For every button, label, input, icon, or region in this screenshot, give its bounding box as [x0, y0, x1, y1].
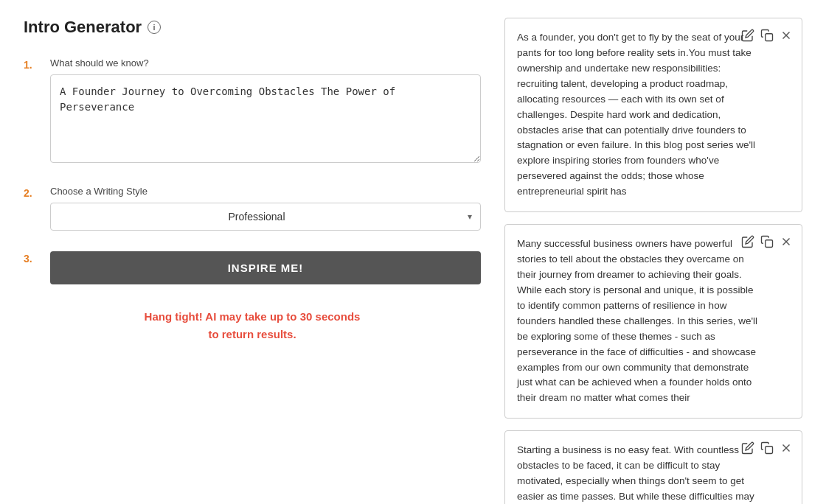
close-icon [780, 441, 793, 455]
result-3-copy-button[interactable] [759, 440, 775, 456]
result-2-edit-button[interactable] [740, 234, 756, 250]
step-2-number: 2. [24, 186, 38, 199]
svg-rect-6 [766, 447, 773, 454]
step-1-label: What should we know? [50, 57, 481, 69]
step-2-content: Choose a Writing Style Professional Casu… [50, 186, 481, 231]
result-1-copy-button[interactable] [759, 27, 775, 43]
copy-icon [760, 29, 774, 42]
step-2-label: Choose a Writing Style [50, 186, 481, 197]
step-1: 1. What should we know? A Founder Journe… [24, 57, 481, 165]
step-3: 3. Inspire me! [24, 251, 481, 284]
title-text: Intro Generator [24, 18, 142, 37]
result-card-1: As a founder, you don't get to fly by th… [504, 18, 802, 212]
inspire-button[interactable]: Inspire me! [50, 251, 481, 284]
close-icon [780, 235, 793, 248]
result-2-copy-button[interactable] [759, 234, 775, 250]
wait-message-line1: Hang tight! AI may take up to 30 seconds [24, 308, 481, 326]
result-1-close-button[interactable] [778, 27, 794, 43]
edit-icon [741, 235, 754, 248]
result-3-text: Starting a business is no easy feat. Wit… [517, 444, 754, 504]
close-icon [780, 29, 793, 42]
right-panel: As a founder, you don't get to fly by th… [504, 18, 802, 504]
step-1-number: 1. [24, 57, 38, 71]
wait-message-line2: to return results. [24, 326, 481, 343]
result-card-2: Many successful business owners have pow… [504, 224, 802, 419]
copy-icon [760, 441, 774, 455]
copy-icon [760, 235, 774, 248]
result-1-edit-button[interactable] [740, 27, 756, 43]
edit-icon [741, 441, 754, 455]
svg-rect-3 [766, 240, 773, 248]
result-2-text: Many successful business owners have pow… [517, 238, 757, 403]
svg-rect-0 [766, 34, 773, 41]
result-3-edit-button[interactable] [740, 440, 756, 456]
result-card-3: Starting a business is no easy feat. Wit… [504, 430, 802, 504]
left-panel: Intro Generator i 1. What should we know… [24, 18, 481, 504]
result-2-close-button[interactable] [778, 234, 794, 250]
result-3-actions [740, 440, 794, 456]
writing-style-select[interactable]: Professional Casual Formal Creative [50, 203, 481, 231]
step-3-number: 3. [24, 251, 38, 265]
wait-message: Hang tight! AI may take up to 30 seconds… [24, 308, 481, 343]
step-1-content: What should we know? A Founder Journey t… [50, 57, 481, 165]
step-3-content: Inspire me! [50, 251, 481, 284]
edit-icon [741, 29, 754, 42]
info-icon[interactable]: i [148, 21, 161, 34]
result-3-close-button[interactable] [778, 440, 794, 456]
result-1-text: As a founder, you don't get to fly by th… [517, 32, 755, 197]
result-2-actions [740, 234, 794, 250]
writing-style-wrapper: Professional Casual Formal Creative ▾ [50, 203, 481, 231]
page-title: Intro Generator i [24, 18, 481, 37]
what-to-know-input[interactable]: A Founder Journey to Overcoming Obstacle… [50, 74, 481, 163]
result-1-actions [740, 27, 794, 43]
step-2: 2. Choose a Writing Style Professional C… [24, 186, 481, 231]
